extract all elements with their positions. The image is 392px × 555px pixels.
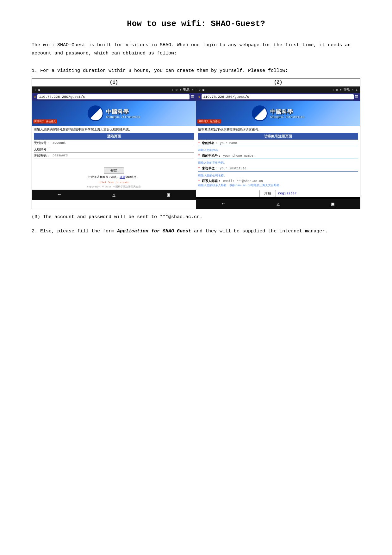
login-field-username[interactable]: 无线账号： account	[34, 141, 194, 146]
username2-label: 无线账号：	[34, 147, 51, 152]
status-right-2: ✦ ⊙ ▾ 聖品 ▪ 1	[332, 88, 358, 92]
reg-name-hint: 请输入您的姓名。	[198, 148, 358, 152]
address-bar-2[interactable]: ★ 119.78.226.250/guest/s ☰	[196, 93, 360, 101]
reg-phone-value: your phone number	[223, 154, 255, 158]
banner-tag-2: 博动司天 诚信修文	[197, 119, 221, 123]
step2-text-prefix: 2. Else, please fill the form	[32, 229, 117, 234]
reg-email-hint: 请输入您的联系人邮箱，以@shao.ac.cn结尾的上海天文台邮箱。	[198, 183, 358, 187]
reg-name-group: * 您的姓名： your name 请输入您的姓名。	[198, 141, 358, 152]
reg-required-mark-3: *	[198, 167, 202, 170]
back-icon-1[interactable]: ←	[58, 192, 61, 198]
login-field-password[interactable]: 无线密码： password	[34, 154, 194, 159]
password-value: password	[53, 154, 68, 157]
bookmark-icon-1: ★	[34, 94, 36, 99]
reg-button-row: 注册 regisiter	[196, 190, 360, 197]
status-bar-2: ? ▣ ✦ ⊙ ▾ 聖品 ▪ 1	[196, 87, 360, 93]
home-icon-2[interactable]: △	[277, 201, 280, 207]
reg-name-label: 您的姓名：	[202, 142, 218, 145]
col1-header: (1)	[32, 79, 196, 87]
phone-content-1: 中國科學 Shanghai Astronomica 博动司天 诚信修文 请输入您…	[32, 101, 196, 190]
col2-header: (2)	[196, 79, 360, 87]
reg-phone-hint: 请输入您的手机号码。	[198, 161, 358, 165]
reg-required-mark-4: *	[198, 180, 202, 183]
screenshots-container: (1) ? ▣ ✦ ⊙ ▾ 聖品 ▪ ★ 119.78.226.250/gues…	[32, 78, 360, 209]
menu-icon-2: ☰	[355, 95, 358, 99]
phone-screen-1: ? ▣ ✦ ⊙ ▾ 聖品 ▪ ★ 119.78.226.250/guest/s …	[32, 87, 196, 200]
reg-email-label-row: * 联系人邮箱： email: ***@shao.ac.cn	[198, 179, 358, 183]
recent-icon-2[interactable]: ▣	[331, 201, 334, 207]
reg-name-input[interactable]	[198, 146, 358, 146]
screenshot-col-1: (1) ? ▣ ✦ ⊙ ▾ 聖品 ▪ ★ 119.78.226.250/gues…	[32, 79, 196, 209]
bookmark-icon-2: ★	[198, 94, 200, 99]
reg-panel-title: 访客账号注册页面	[198, 133, 358, 140]
back-icon-2[interactable]: ←	[222, 201, 225, 207]
address-bar-1[interactable]: ★ 119.78.226.250/guest/s ☰	[32, 93, 196, 101]
reg-phone-label-row: * 您的手机号： your phone number	[198, 154, 358, 158]
reg-org-input[interactable]	[198, 171, 358, 172]
step2-form-name: Application for SHAO_Guest	[117, 229, 191, 234]
copyright-text: Copyright © 2015 中国科学院上海天天文台	[32, 184, 196, 190]
intro-paragraph: The wifi SHAO-Guest is built for visitor…	[32, 41, 360, 57]
create-text2: 创建账号。	[125, 176, 140, 179]
step2-text-suffix: and they will be supplied the internet m…	[191, 229, 328, 234]
login-button[interactable]: 登陆	[104, 167, 124, 174]
status-bar-1: ? ▣ ✦ ⊙ ▾ 聖品 ▪	[32, 87, 196, 93]
nav-bar-1: ← △ ▣	[32, 190, 196, 200]
banner-tag-1: 博动司天 诚信修文	[33, 119, 57, 123]
banner-chinese-text-2: 中國科學	[270, 108, 304, 116]
url-display-2: 119.78.226.250/guest/s	[202, 94, 354, 99]
status-left-1: ? ▣	[34, 88, 40, 92]
page-title: How to use wifi: SHAO-Guest?	[32, 19, 360, 28]
cas-logo-2	[252, 105, 268, 121]
reg-email-label: 联系人邮箱：	[202, 180, 221, 183]
create-text: 还没有访客账号？请点击	[88, 176, 120, 179]
menu-icon-1: ☰	[191, 95, 194, 99]
banner-english-text-1: Shanghai Astronomica	[106, 116, 140, 119]
nav-bar-2: ← △ ▣	[196, 199, 360, 209]
reg-description: 请完整填写以下信息获取无线网络访客账号。	[196, 126, 360, 133]
reg-name-value: your name	[220, 142, 237, 145]
click-note: click here to create	[99, 181, 129, 184]
screenshot-col-2: (2) ? ▣ ✦ ⊙ ▾ 聖品 ▪ 1 ★ 119.78.226.250/gu…	[196, 79, 360, 209]
reg-email-value: email: ***@shao.ac.cn	[223, 180, 263, 183]
username-value: account	[53, 141, 66, 145]
status-left-2: ? ▣	[199, 88, 204, 92]
url-display-1: 119.78.226.250/guest/s	[37, 94, 190, 99]
home-icon-1[interactable]: △	[112, 192, 115, 198]
username-label: 无线账号：	[34, 141, 51, 145]
phone-screen-2: ? ▣ ✦ ⊙ ▾ 聖品 ▪ 1 ★ 119.78.226.250/guest/…	[196, 87, 360, 209]
reg-button[interactable]: 注册	[259, 190, 276, 197]
cas-logo-1	[88, 105, 103, 121]
create-account-row: 还没有访客账号？请点击这里创建账号。	[32, 174, 196, 180]
reg-email-group: * 联系人邮箱： email: ***@shao.ac.cn 请输入您的联系人邮…	[198, 179, 358, 187]
status-right-1: ✦ ⊙ ▾ 聖品 ▪	[172, 88, 193, 92]
reg-phone-group: * 您的手机号： your phone number 请输入您的手机号码。	[198, 154, 358, 165]
step3-paragraph: (3) The account and password will be sen…	[32, 213, 360, 221]
create-link[interactable]: 这里	[120, 176, 125, 179]
login-panel-title: 登陆页面	[34, 133, 194, 140]
reg-org-group: * 来访单位： your institute 请输入您的公司名称。	[198, 166, 358, 178]
step2-paragraph: 2. Else, please fill the form Applicatio…	[32, 227, 360, 236]
reg-phone-input[interactable]	[198, 159, 358, 159]
login-button-row: 登陆	[32, 168, 196, 173]
reg-phone-label: 您的手机号：	[202, 154, 221, 158]
password-label: 无线密码：	[34, 154, 51, 158]
reg-register-label: regisiter	[278, 192, 296, 195]
banner-1: 中國科學 Shanghai Astronomica 博动司天 诚信修文	[32, 101, 196, 126]
reg-name-label-row: * 您的姓名： your name	[198, 141, 358, 145]
reg-required-mark-2: *	[198, 154, 202, 158]
phone-content-2: 中國科學 Shanghai Astronomica 博动司天 诚信修文 请完整填…	[196, 101, 360, 197]
reg-org-hint: 请输入您的公司名称。	[198, 173, 358, 178]
reg-org-value: your institute	[220, 167, 246, 170]
login-field-username2[interactable]: 无线账号：	[34, 147, 194, 153]
reg-required-mark-1: *	[198, 142, 202, 145]
login-description-1: 请输入您的访客账号及密码登陆中国科学院上海天文台无线网络系统。	[32, 126, 196, 133]
step1-text: 1. For a visiting duration within 8 hour…	[32, 67, 360, 75]
banner-chinese-text-1: 中國科學	[106, 108, 140, 116]
reg-org-label-row: * 来访单位： your institute	[198, 166, 358, 171]
banner-english-text-2: Shanghai Astronomica	[270, 116, 304, 119]
recent-icon-1[interactable]: ▣	[167, 192, 170, 198]
banner-2: 中國科學 Shanghai Astronomica 博动司天 诚信修文	[196, 101, 360, 126]
reg-org-label: 来访单位：	[202, 167, 218, 170]
